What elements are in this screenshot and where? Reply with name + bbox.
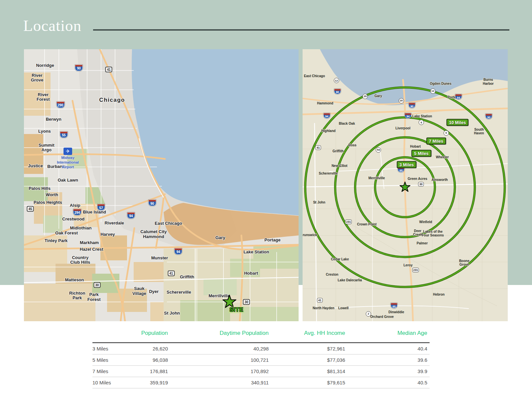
map-place-label: East Chicago [155,221,182,226]
map-place-label: Ainsworth [432,178,448,182]
avg-hh-income-value: $81,314 [269,368,345,374]
map-place-label: Gary [215,235,225,240]
page-title: Location [23,17,81,35]
median-age-value: 39.6 [345,357,427,363]
route-shield-30: 30 [418,182,424,187]
row-label: 10 Miles [92,380,129,385]
population-value: 96,038 [129,357,168,363]
route-shield-45: 45 [27,206,34,212]
avg-hh-income-value: $77,036 [269,357,345,363]
interstate-shield-90: 90 [408,103,415,108]
route-shield-41: 41 [315,145,321,150]
map-place-label: Winfield [419,220,432,224]
demographics-table: Population Daytime Population Avg. HH In… [92,324,430,388]
map-place-label: Oak Lawn [58,178,78,183]
map-place-label: Palos Hills [29,186,51,191]
map-place-label: Oak Forest [55,231,78,236]
route-shield-30: 30 [93,282,100,288]
population-value: 26,620 [129,346,168,351]
map-place-label: Harvey [100,232,115,237]
row-label: 5 Miles [92,357,129,363]
table-row: 3 Miles26,62040,298$72,96140.4 [92,343,430,354]
interstate-shield-57: 57 [97,204,105,210]
left-map-labels: NorridgeRiver GroveChicagoRiver ForestBe… [24,49,299,321]
map-place-label: Portage [264,238,280,243]
route-shield-20: 20 [362,94,368,99]
map-place-label: Lake Dalecarlia [337,279,362,282]
interstate-shield-55: 55 [60,131,68,138]
map-place-label: Schererville [319,172,338,175]
interstate-shield-94: 94 [323,113,330,118]
map-place-label: Creston [326,273,338,277]
header-avg-hh-income: Avg. HH Income [269,330,345,337]
interstate-shield-94: 94 [174,248,182,255]
map-place-label: South Haven [474,128,484,135]
route-shield-12: 12 [334,78,339,83]
daytime-population-value: 340,911 [168,380,269,385]
map-place-label: Richton Park [69,291,85,301]
median-age-value: 40.4 [345,346,427,351]
map-place-label: River Grove [31,73,44,83]
table-row: 5 Miles96,038100,721$77,03639.6 [92,354,430,366]
map-place-label: Green Acres [408,177,427,181]
map-place-label: Griffith [332,149,343,153]
map-place-label: Matteson [65,277,84,282]
daytime-population-value: 170,892 [168,368,269,374]
airport-marker: ✈Midway International Airport [57,148,79,169]
avg-hh-income-value: $72,961 [269,346,345,351]
map-place-label: Ross [348,143,356,147]
table-row: 10 Miles359,919340,911$79,61540.5 [92,377,430,388]
map-place-label: Dyer [149,289,159,294]
map-place-label: Justice [28,164,43,169]
map-place-label: North Hayden [313,306,334,310]
map-place-label: Norridge [36,63,54,68]
demographics-table-body: 3 Miles26,62040,298$72,96140.45 Miles96,… [92,342,430,388]
map-place-label: Hammond [143,234,164,239]
interstate-shield-90: 90 [148,200,156,206]
map-place-label: Highland [321,129,335,133]
map-place-label: Midlothian [70,226,91,231]
route-shield-2: 2 [366,311,371,317]
radius-ring-label: 5 Miles [412,150,431,157]
map-place-label: Palos Heights [34,200,62,205]
map-place-label: Dinwiddie [388,310,404,314]
map-place-label: St John [164,311,180,316]
map-place-label: Merrillville [368,176,385,180]
location-page: Location [0,0,532,411]
radius-ring-label: 10 Miles [447,119,469,126]
map-place-label: Alsip [70,203,80,208]
route-shield-12: 12 [430,88,436,94]
map-place-label: River Forest [37,92,50,102]
map-place-label: Ogden Dunes [430,82,452,85]
map-place-label: Wheeler [436,155,449,159]
route-shield-30: 30 [243,299,250,305]
chicago-region-map: NorridgeRiver GroveChicagoRiver ForestBe… [24,49,299,321]
map-place-label: Tinley Park [45,238,67,243]
map-place-label: St John [313,201,326,205]
route-shield-41: 41 [105,67,112,72]
interstate-shield-94: 94 [127,212,135,219]
map-place-label: Gary [374,94,382,98]
interstate-shield-90: 90 [334,88,341,94]
map-place-label: Brunswick [303,233,317,237]
map-place-label: Berwyn [46,117,62,122]
map-place-label: Lake Station [412,114,432,118]
radius-ring-map: East ChicagoHammondGaryOgden DunesBurns … [303,49,508,321]
map-place-label: Markham [80,240,99,245]
interstate-shield-94: 94 [405,113,412,118]
table-header-row: Population Daytime Population Avg. HH In… [92,324,430,342]
map-place-label: Schererville [167,290,191,295]
map-place-label: Black Oak [339,122,355,126]
site-label: SITE [228,307,244,313]
route-shield-231: 231 [345,219,352,224]
table-row: 7 Miles176,881170,892$81,31439.9 [92,366,430,377]
map-place-label: New Elliot [332,164,347,168]
daytime-population-value: 40,298 [168,346,269,351]
population-value: 176,881 [129,368,168,374]
map-place-label: Deer Creek [413,229,422,236]
map-place-label: Liverpool [395,126,410,130]
map-place-label: Orchard Grove [370,315,394,319]
map-place-label: Boone Grove [459,259,469,266]
map-place-label: Sauk Village [132,286,146,296]
header-population: Population [129,330,168,337]
